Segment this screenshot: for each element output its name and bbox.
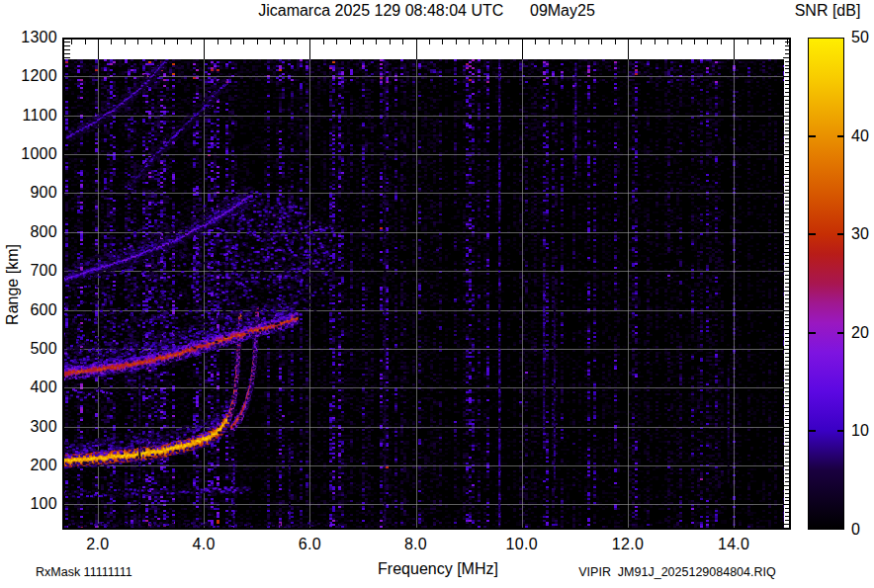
colorbar-tick-label: 50: [851, 29, 869, 46]
y-tick-label: 300: [0, 418, 57, 436]
y-tick-label: 1200: [0, 67, 57, 85]
colorbar-title: SNR [dB]: [781, 2, 874, 20]
colorbar-tick-mark: [837, 135, 844, 137]
colorbar-tick-mark: [809, 332, 816, 334]
y-tick-label: 600: [0, 301, 57, 319]
colorbar-tick-label: 30: [851, 225, 869, 243]
x-tick-label: 4.0: [193, 536, 216, 553]
colorbar-tick-mark: [809, 233, 816, 235]
colorbar-tick-label: 40: [851, 127, 869, 145]
y-tick-label: 700: [0, 262, 57, 280]
y-tick-label: 400: [0, 378, 57, 396]
page-title: Jicamarca 2025 129 08:48:04 UTC 09May25: [62, 2, 791, 20]
rx-mask-label: RxMask 11111111: [36, 565, 132, 579]
colorbar: [808, 38, 844, 530]
colorbar-tick-mark: [837, 430, 844, 432]
x-tick-label: 14.0: [718, 536, 749, 553]
colorbar-tick-mark: [837, 233, 844, 235]
x-tick-label: 2.0: [86, 536, 109, 553]
y-tick-label: 200: [0, 457, 57, 474]
x-tick-label: 8.0: [404, 536, 427, 553]
y-tick-label: 900: [0, 184, 57, 202]
y-tick-label: 100: [0, 495, 57, 513]
y-tick-label: 1300: [0, 29, 57, 46]
y-tick-label: 800: [0, 223, 57, 241]
ionogram-canvas: [62, 38, 791, 530]
colorbar-tick-label: 0: [851, 521, 860, 539]
colorbar-tick-mark: [809, 430, 816, 432]
y-tick-label: 1000: [0, 145, 57, 163]
colorbar-tick-mark: [809, 135, 816, 137]
y-tick-label: 500: [0, 340, 57, 358]
x-tick-label: 6.0: [299, 536, 321, 553]
y-tick-label: 1100: [0, 107, 57, 125]
colorbar-tick-mark: [837, 332, 844, 334]
file-name-label: VIPIR JM91J_2025129084804.RIQ: [554, 565, 801, 579]
colorbar-tick-label: 20: [851, 324, 869, 342]
x-tick-label: 12.0: [612, 536, 644, 553]
ionogram-viewer: Jicamarca 2025 129 08:48:04 UTC 09May25 …: [0, 0, 874, 588]
colorbar-tick-label: 10: [851, 422, 869, 440]
x-tick-label: 10.0: [506, 536, 538, 553]
